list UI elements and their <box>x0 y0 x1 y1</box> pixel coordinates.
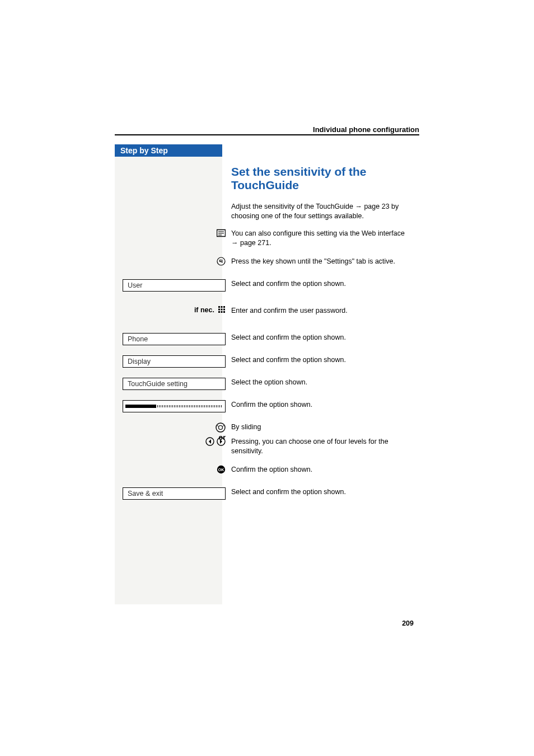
ok-confirm-text: Confirm the option shown. <box>231 465 421 475</box>
settings-key-icon <box>217 257 226 266</box>
web-config-row: You can also configure this setting via … <box>231 229 421 248</box>
svg-rect-13 <box>223 311 225 313</box>
pressing-row: Pressing, you can choose one of four lev… <box>231 437 421 456</box>
intro-pageref: page 23 <box>364 203 389 210</box>
web-pageref: page 271 <box>240 239 269 247</box>
user-text: Select and confirm the option shown. <box>231 279 421 289</box>
svg-rect-7 <box>223 306 225 308</box>
ifnec-label: if nec. <box>194 306 214 314</box>
svg-text:OK: OK <box>218 468 224 472</box>
svg-rect-8 <box>218 308 220 310</box>
phone-row: Phone Select and confirm the option show… <box>231 333 421 346</box>
display-option-box: Display <box>123 355 226 368</box>
sensitivity-slider <box>123 400 226 412</box>
touchguide-option-box: TouchGuide setting <box>123 378 226 390</box>
ifnec-row: if nec. Enter and confirm the user passw… <box>231 306 421 320</box>
web-config-text: You can also configure this setting via … <box>231 229 421 248</box>
left-arrow-button-icon <box>205 437 214 446</box>
slider-fill <box>125 405 156 408</box>
svg-rect-12 <box>221 311 223 313</box>
touch-wheel-icon <box>216 422 226 433</box>
page-number: 209 <box>402 619 414 627</box>
save-row: Save & exit Select and confirm the optio… <box>231 487 421 501</box>
web-part2: . <box>269 239 271 247</box>
content-column: Set the sensitivity of the TouchGuide Ad… <box>231 165 421 510</box>
svg-rect-6 <box>221 306 223 308</box>
slider-row: Confirm the option shown. <box>231 400 421 414</box>
ok-button-icon: OK <box>217 465 226 474</box>
keypad-icon <box>218 306 226 314</box>
intro-part1: Adjust the sensitivity of the TouchGuide <box>231 203 355 210</box>
display-row: Display Select and confirm the option sh… <box>231 355 421 369</box>
slider-confirm-text: Confirm the option shown. <box>231 400 421 410</box>
arrow-icon: → <box>355 203 362 210</box>
web-interface-icon <box>217 229 226 238</box>
phone-option-box: Phone <box>123 333 226 345</box>
ok-row: OK Confirm the option shown. <box>231 465 421 478</box>
settings-key-row: Press the key shown until the "Settings"… <box>231 257 421 270</box>
intro-text: Adjust the sensitivity of the TouchGuide… <box>231 202 421 221</box>
ifnec-text: Enter and confirm the user password. <box>231 306 421 316</box>
pressing-text: Pressing, you can choose one of four lev… <box>231 437 421 456</box>
touchguide-text: Select the option shown. <box>231 378 421 387</box>
sidebar-title-banner: Step by Step <box>115 144 222 157</box>
svg-rect-9 <box>221 308 223 310</box>
display-text: Select and confirm the option shown. <box>231 355 421 365</box>
svg-point-14 <box>216 423 225 432</box>
svg-point-15 <box>219 425 223 429</box>
save-exit-box: Save & exit <box>123 487 226 500</box>
phone-text: Select and confirm the option shown. <box>231 333 421 342</box>
section-header: Individual phone configuration <box>313 125 419 134</box>
svg-rect-11 <box>218 311 220 313</box>
right-arrow-button-icon <box>217 437 226 446</box>
svg-rect-10 <box>223 308 225 310</box>
web-part1: You can also configure this setting via … <box>231 229 405 237</box>
sliding-text: By sliding <box>231 422 421 432</box>
svg-rect-5 <box>218 306 220 308</box>
ifnec-label-group: if nec. <box>194 306 226 314</box>
user-row: User Select and confirm the option shown… <box>231 279 421 293</box>
touchguide-row: TouchGuide setting Select the option sho… <box>231 378 421 391</box>
arrow-icon: → <box>231 239 238 247</box>
header-rule <box>115 134 419 135</box>
save-text: Select and confirm the option shown. <box>231 487 421 497</box>
sidebar-title: Step by Step <box>120 146 168 155</box>
page-heading: Set the sensitivity of the TouchGuide <box>231 165 421 192</box>
sliding-row: or By sliding <box>231 422 421 436</box>
settings-key-text: Press the key shown until the "Settings"… <box>231 257 421 266</box>
user-option-box: User <box>123 279 226 292</box>
